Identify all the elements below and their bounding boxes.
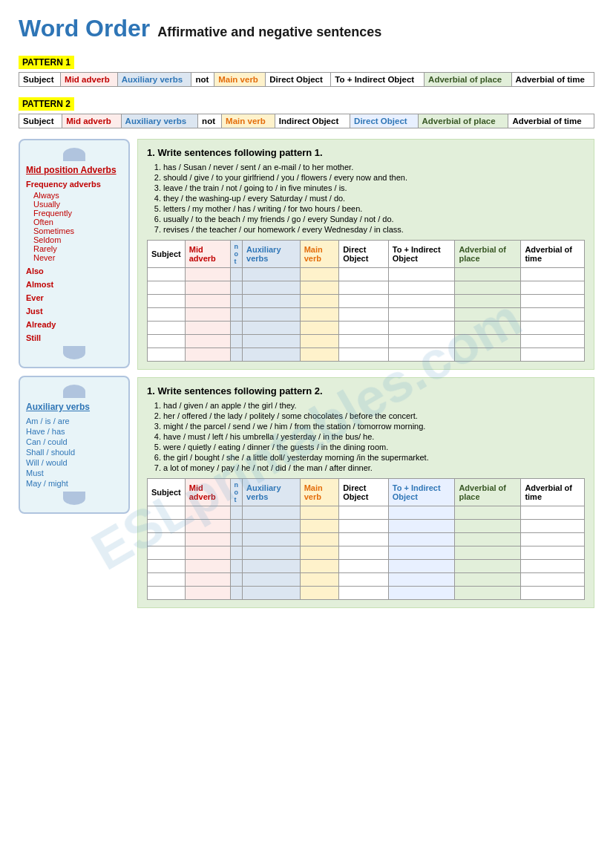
exercise2-title: 1. Write sentences following pattern 2. [147,385,585,397]
ft2-r4-c8 [455,546,521,560]
ft1-r4-c8 [455,308,521,322]
ft2-r5-c3 [230,560,243,573]
exercise1-list: has / Susan / never / sent / an e-mail /… [147,163,585,234]
ft1-h3: not [230,241,243,268]
ft2-r4-c5 [300,546,338,560]
ft1-r1-c6 [339,268,389,281]
p1-col-mid: Mid adverb [61,73,118,87]
ft1-r5-c9 [521,322,585,335]
ft1-r7-c6 [339,348,389,362]
ft1-r7-c1 [148,348,186,362]
ft1-h7: To + Indirect Object [388,241,455,268]
aux-will: Will / would [26,458,122,467]
pattern2-table: Subject Mid adverb Auxiliary verbs not M… [19,114,594,128]
ex1-s4: they / the washing-up / every Saturday /… [163,194,585,203]
ft1-r2-c1 [148,281,186,295]
adverb-often: Often [26,218,122,226]
scroll-handle-bottom-1 [63,346,85,359]
ft2-r1-c4 [243,506,301,520]
content-area: 1. Write sentences following pattern 1. … [137,139,594,616]
ft2-r6-c3 [230,573,243,587]
adverb-already: Already [26,320,122,329]
p1-col-main: Main verb [214,73,266,87]
ft1-r1-c1 [148,268,186,281]
ft2-r7-c1 [148,587,186,600]
ft2-h6: Direct Object [339,479,389,506]
ft2-r3-c5 [300,533,338,546]
ft2-r2-c6 [339,520,389,533]
ft1-r5-c5 [300,322,338,335]
adverb-just: Just [26,307,122,316]
adverb-always: Always [26,191,122,200]
ft2-r6-c2 [185,573,230,587]
ft1-r1-c9 [521,268,585,281]
ex2-s7: a lot of money / pay / he / not / did / … [163,463,585,472]
adverb-ever: Ever [26,293,122,302]
ft2-r5-c4 [243,560,301,573]
ft1-r5-c7 [388,322,455,335]
ft1-h4: Auxiliary verbs [243,241,301,268]
ft1-r1-c3 [230,268,243,281]
ft1-r1-c4 [243,268,301,281]
ft2-r6-c1 [148,573,186,587]
aux-have: Have / has [26,427,122,436]
ft2-r6-c8 [455,573,521,587]
p2-col-not: not [198,114,222,128]
ft1-r6-c4 [243,335,301,348]
ft2-r7-c5 [300,587,338,600]
ft1-r4-c6 [339,308,389,322]
ft1-r3-c9 [521,295,585,308]
ft1-r7-c2 [185,348,230,362]
ft2-r7-c9 [521,587,585,600]
ft2-r3-c7 [388,533,455,546]
ft2-r2-c7 [388,520,455,533]
ft1-r2-c5 [300,281,338,295]
ft2-r4-c2 [185,546,230,560]
ft1-r6-c6 [339,335,389,348]
main-section: Mid position Adverbs Frequency adverbs A… [19,139,594,616]
ft1-h2: Mid adverb [185,241,230,268]
ft1-r3-c2 [185,295,230,308]
ft2-r6-c7 [388,573,455,587]
ft2-r5-c1 [148,560,186,573]
ft1-r6-c8 [455,335,521,348]
ft1-r3-c1 [148,295,186,308]
ft2-r5-c9 [521,560,585,573]
adverb-rarely: Rarely [26,244,122,253]
ft1-r1-c5 [300,268,338,281]
ft2-r1-c6 [339,506,389,520]
fill-table1: Subject Mid adverb not Auxiliary verbs M… [147,240,585,362]
ft1-r6-c3 [230,335,243,348]
ft2-r5-c2 [185,560,230,573]
ft2-r2-c2 [185,520,230,533]
ft2-r3-c6 [339,533,389,546]
ft1-h6: Direct Object [339,241,389,268]
ft1-r5-c6 [339,322,389,335]
ft1-r4-c5 [300,308,338,322]
ex1-s3: leave / the train / not / going to / in … [163,183,585,192]
ft1-r7-c8 [455,348,521,362]
ex1-s2: should / give / to your girlfriend / you… [163,173,585,182]
adverb-almost: Almost [26,280,122,289]
ft1-r4-c4 [243,308,301,322]
ft1-r1-c7 [388,268,455,281]
adverb-never: Never [26,253,122,262]
ft2-h7: To + Indirect Object [388,479,455,506]
ft2-r2-c1 [148,520,186,533]
ft1-r1-c2 [185,268,230,281]
aux-scroll-box: Auxiliary verbs Am / is / are Have / has… [19,376,130,514]
ft1-r4-c2 [185,308,230,322]
ft2-r5-c5 [300,560,338,573]
freq-subtitle: Frequency adverbs [26,180,122,189]
ft1-r3-c8 [455,295,521,308]
p1-col-subject: Subject [19,73,61,87]
adverbs-scroll-box: Mid position Adverbs Frequency adverbs A… [19,139,130,368]
ft1-r2-c4 [243,281,301,295]
ft1-r6-c1 [148,335,186,348]
ft2-r1-c5 [300,506,338,520]
adverb-frequently: Frequently [26,209,122,218]
ft1-r3-c6 [339,295,389,308]
scroll-handle-top-1 [63,148,85,161]
p1-col-time: Adverbial of time [511,73,594,87]
ft2-r1-c2 [185,506,230,520]
